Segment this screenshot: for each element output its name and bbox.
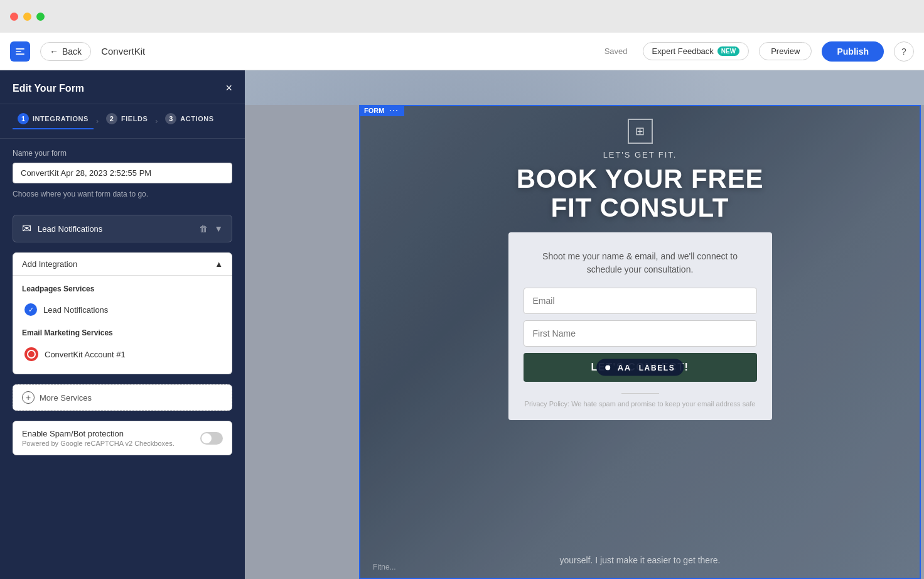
lead-notifications-service-item[interactable]: ✓ Lead Notifications xyxy=(22,300,223,320)
traffic-light-red[interactable] xyxy=(10,13,18,21)
form-card: Shoot me your name & email, and we'll co… xyxy=(508,232,772,420)
canvas: FORM ··· ⊞ LET'S GET FIT. BOOK YOUR FREE… xyxy=(245,70,924,579)
preview-label: Preview xyxy=(771,46,800,56)
form-label: FORM xyxy=(364,107,384,114)
steps-bar: 1 INTEGRATIONS › 2 FIELDS › 3 ACTIONS xyxy=(0,104,245,139)
spam-text: Enable Spam/Bot protection Powered by Go… xyxy=(22,429,175,447)
step-label-actions: ACTIONS xyxy=(180,115,213,122)
close-icon: × xyxy=(225,82,232,94)
form-name-input[interactable] xyxy=(13,163,232,183)
mail-icon: ✉ xyxy=(22,222,31,235)
spam-subtitle: Powered by Google reCAPTCHA v2 Checkboxe… xyxy=(22,440,175,447)
chevron-up-icon: ▲ xyxy=(215,259,223,269)
firstname-field-preview[interactable] xyxy=(524,320,757,347)
back-label: Back xyxy=(62,46,82,57)
convertkit-service-name: ConvertKit Account #1 xyxy=(45,350,126,359)
chevron-down-icon[interactable]: ▼ xyxy=(214,224,223,234)
help-icon: ? xyxy=(901,46,906,57)
step-actions[interactable]: 3 ACTIONS xyxy=(160,113,218,129)
lead-notifications-service-name: Lead Notifications xyxy=(43,305,108,315)
step-num-1: 1 xyxy=(18,113,29,124)
sidebar-title: Edit Your Form xyxy=(13,83,84,94)
privacy-text: Privacy Policy: We hate spam and promise… xyxy=(525,400,756,408)
add-integration-section: Add Integration ▲ Leadpages Services ✓ L… xyxy=(13,252,232,374)
lp-content: ⊞ LET'S GET FIT. BOOK YOUR FREE FIT CONS… xyxy=(360,119,920,420)
back-arrow-icon: ← xyxy=(50,46,58,57)
app-logo xyxy=(10,41,30,62)
step-fields[interactable]: 2 FIELDS xyxy=(101,113,153,129)
step-num-2: 2 xyxy=(106,113,117,124)
lp-bottom-text: yourself. I just make it easier to get t… xyxy=(559,555,720,565)
trash-icon[interactable]: 🗑 xyxy=(199,224,208,234)
step-divider-1: › xyxy=(96,117,99,126)
spam-toggle[interactable] xyxy=(200,432,223,445)
traffic-light-green[interactable] xyxy=(36,13,45,21)
lp-headline-line2: FIT CONSULT xyxy=(551,193,729,222)
add-integration-label: Add Integration xyxy=(22,259,77,269)
sidebar: Edit Your Form × 1 INTEGRATIONS › 2 FIEL… xyxy=(0,70,245,579)
topnav: ← Back ConvertKit Saved Expert Feedback … xyxy=(0,33,924,70)
lp-headline-line1: BOOK YOUR FREE xyxy=(517,164,764,193)
step-label-fields: FIELDS xyxy=(121,115,148,122)
preview-button[interactable]: Preview xyxy=(759,42,812,60)
sidebar-header: Edit Your Form × xyxy=(0,70,245,104)
email-field-preview[interactable] xyxy=(524,288,757,314)
expert-feedback-button[interactable]: Expert Feedback NEW xyxy=(643,42,749,60)
more-services-button[interactable]: + More Services xyxy=(13,384,232,411)
choose-text: Choose where you want form data to go. xyxy=(13,190,232,198)
integration-item-lead-notifications[interactable]: ✉ Lead Notifications 🗑 ▼ xyxy=(13,215,232,242)
form-name-section: Name your form Choose where you want for… xyxy=(0,139,245,208)
integration-actions: 🗑 ▼ xyxy=(199,224,223,234)
publish-button[interactable]: Publish xyxy=(822,41,884,62)
lp-header-icon: ⊞ xyxy=(628,119,653,144)
traffic-light-yellow[interactable] xyxy=(23,13,31,21)
convertkit-service-item[interactable]: ConvertKit Account #1 xyxy=(22,344,223,365)
convertkit-icon xyxy=(24,347,38,361)
back-button[interactable]: ← Back xyxy=(40,42,91,61)
publish-label: Publish xyxy=(837,46,869,57)
lp-headline: BOOK YOUR FREE FIT CONSULT xyxy=(517,165,764,222)
integration-item-left: ✉ Lead Notifications xyxy=(22,222,102,235)
form-desc-line2: schedule your consultation. xyxy=(587,264,694,274)
help-button[interactable]: ? xyxy=(894,41,914,62)
close-button[interactable]: × xyxy=(225,82,232,95)
step-num-3: 3 xyxy=(165,113,176,124)
step-label-integrations: INTEGRATIONS xyxy=(33,115,89,122)
submit-button-preview[interactable]: LET'S CONNECT! Aa Labels xyxy=(524,353,757,382)
fitness-label: Fitne... xyxy=(373,563,396,571)
step-integrations[interactable]: 1 INTEGRATIONS xyxy=(13,113,94,129)
saved-status: Saved xyxy=(604,46,628,56)
grey-panel-right xyxy=(921,105,924,579)
form-divider xyxy=(621,393,659,394)
titlebar xyxy=(0,0,924,33)
lp-container: ⊞ LET'S GET FIT. BOOK YOUR FREE FIT CONS… xyxy=(359,105,921,579)
service-check-icon: ✓ xyxy=(24,303,37,316)
form-options-icon[interactable]: ··· xyxy=(389,107,399,114)
lp-tagline: LET'S GET FIT. xyxy=(603,150,677,160)
new-badge: NEW xyxy=(717,46,739,56)
leadpages-services-title: Leadpages Services xyxy=(22,284,223,293)
form-card-desc: Shoot me your name & email, and we'll co… xyxy=(542,250,738,276)
form-desc-line1: Shoot me your name & email, and we'll co… xyxy=(542,251,738,261)
more-services-label: More Services xyxy=(40,393,92,403)
grey-panel-left xyxy=(245,105,359,579)
main-layout: Edit Your Form × 1 INTEGRATIONS › 2 FIEL… xyxy=(0,70,924,579)
form-label-bar: FORM ··· xyxy=(359,105,404,116)
spam-title: Enable Spam/Bot protection xyxy=(22,429,175,438)
spam-section: Enable Spam/Bot protection Powered by Go… xyxy=(13,421,232,455)
add-integration-header[interactable]: Add Integration ▲ xyxy=(13,252,232,276)
submit-label: LET'S CONNECT! xyxy=(591,362,689,372)
plus-circle-icon: + xyxy=(22,391,35,404)
step-divider-2: › xyxy=(155,117,158,126)
email-services-title: Email Marketing Services xyxy=(22,328,223,337)
form-name-label: Name your form xyxy=(13,149,232,158)
lp-background: ⊞ LET'S GET FIT. BOOK YOUR FREE FIT CONS… xyxy=(360,106,920,578)
add-integration-body: Leadpages Services ✓ Lead Notifications … xyxy=(13,276,232,374)
page-title: ConvertKit xyxy=(101,46,594,57)
integration-name: Lead Notifications xyxy=(38,224,102,234)
expert-feedback-label: Expert Feedback xyxy=(652,46,714,56)
